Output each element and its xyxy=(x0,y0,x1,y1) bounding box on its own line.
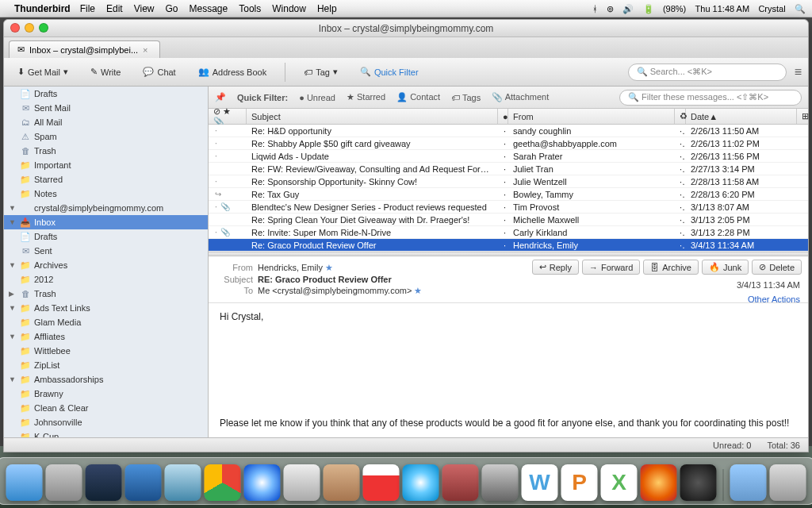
to-value[interactable]: Me <crystal@simplybeingmommy.com> ★ xyxy=(258,286,422,296)
chevron-down-icon[interactable]: ▾ xyxy=(333,67,338,77)
message-row[interactable]: ·Liqwid Ads - Update·Sarah Prater·2/26/1… xyxy=(209,150,808,163)
sidebar-item[interactable]: ▼📁Ads Text Links xyxy=(4,301,208,315)
menu-go[interactable]: Go xyxy=(166,3,178,14)
col-flags[interactable]: ⊘ ★ 📎 xyxy=(209,109,247,124)
spotlight-icon[interactable]: 🔍 xyxy=(795,4,806,13)
sidebar-item[interactable]: 📁K-Cup xyxy=(4,429,208,437)
chat-button[interactable]: 💬Chat xyxy=(136,63,182,81)
sidebar-item[interactable]: 📄Drafts xyxy=(4,229,208,244)
message-row[interactable]: · 📎Blendtec's New Designer Series - Prod… xyxy=(209,201,808,214)
dock-itunes-icon[interactable] xyxy=(403,464,439,501)
dock-appstore-icon[interactable] xyxy=(165,464,201,501)
sidebar-item[interactable]: 📁Glam Media xyxy=(4,315,208,329)
col-date[interactable]: Date ▲ xyxy=(686,109,797,124)
reply-button[interactable]: ↩ Reply xyxy=(532,260,579,275)
message-row[interactable]: ·Re: Shabby Apple $50 gift card giveaway… xyxy=(209,137,808,150)
dock-downloads-icon[interactable] xyxy=(730,464,767,501)
qf-tags[interactable]: 🏷 Tags xyxy=(451,93,481,102)
col-junk[interactable]: ♻ xyxy=(675,109,686,124)
menu-edit[interactable]: Edit xyxy=(106,3,123,14)
other-actions-link[interactable]: Other Actions xyxy=(748,294,800,304)
qf-unread[interactable]: ● Unread xyxy=(299,93,335,102)
dock-steam-icon[interactable] xyxy=(680,464,717,501)
sidebar-item[interactable]: 📁Clean & Clear xyxy=(4,401,208,415)
dock-chrome-icon[interactable] xyxy=(205,464,241,501)
global-search-input[interactable]: 🔍 Search... <⌘K> xyxy=(628,64,787,81)
archive-button[interactable]: 🗄 Archive xyxy=(643,260,699,275)
dock-preferences-icon[interactable] xyxy=(482,464,519,501)
message-row[interactable]: ·Re: H&D opportunity·sandy coughlin·2/26… xyxy=(209,125,808,137)
dock-app-p[interactable]: P xyxy=(561,464,598,501)
address-book-button[interactable]: 👥Address Book xyxy=(191,63,274,81)
menu-help[interactable]: Help xyxy=(317,3,337,14)
user-menu[interactable]: Crystal xyxy=(758,4,785,13)
sidebar-item[interactable]: 🗂All Mail xyxy=(4,115,208,129)
minimize-button[interactable] xyxy=(25,23,34,33)
dock-finder-icon[interactable] xyxy=(6,464,43,501)
sidebar-item[interactable]: ▼📥Inbox xyxy=(4,215,208,229)
dock-contacts-icon[interactable] xyxy=(324,464,360,501)
dock-safari-icon[interactable] xyxy=(244,464,281,501)
reader-body[interactable]: Hi Crystal, Please let me know if you th… xyxy=(209,303,808,437)
col-picker[interactable]: ⊞ xyxy=(797,109,808,124)
tab-close-icon[interactable]: × xyxy=(143,45,147,55)
menu-message[interactable]: Message xyxy=(190,3,228,14)
message-row[interactable]: Re: FW: Review/Giveaway, Consulting and … xyxy=(209,163,808,175)
sidebar-item[interactable]: ✉Sent Mail xyxy=(4,101,208,115)
wifi-icon[interactable]: ⊚ xyxy=(607,4,614,13)
volume-icon[interactable]: 🔊 xyxy=(622,4,634,13)
sidebar-item[interactable]: 📁Important xyxy=(4,158,208,172)
dock-firefox-icon[interactable] xyxy=(641,464,677,501)
quick-filter-button[interactable]: 🔍Quick Filter xyxy=(353,63,426,81)
dock-trash-icon[interactable] xyxy=(770,464,806,501)
write-button[interactable]: ✎Write xyxy=(83,63,128,81)
sidebar-item[interactable]: ▼📁Affliates xyxy=(4,329,208,344)
dock-thunderbird-icon[interactable] xyxy=(125,464,162,501)
sidebar-item[interactable]: 📁Johnsonville xyxy=(4,415,208,429)
qf-attachment[interactable]: 📎 Attachment xyxy=(492,92,549,102)
sidebar-item[interactable]: ⚠Spam xyxy=(4,129,208,144)
star-icon[interactable]: ★ xyxy=(325,263,333,272)
filter-messages-input[interactable]: 🔍 Filter these messages... <⇧⌘K> xyxy=(619,90,802,106)
dock-mail-icon[interactable] xyxy=(284,464,320,501)
message-row[interactable]: · 📎Re: Invite: Super Mom Ride-N-Drive·Ca… xyxy=(209,226,808,239)
titlebar[interactable]: Inbox – crystal@simplybeingmommy.com xyxy=(4,20,808,37)
sidebar-item[interactable]: ▼📁Archives xyxy=(4,258,208,272)
junk-button[interactable]: 🔥 Junk xyxy=(702,260,749,275)
sidebar-item[interactable]: ▼crystal@simplybeingmommy.com xyxy=(4,201,208,215)
app-name[interactable]: Thunderbird xyxy=(14,3,71,14)
qf-starred[interactable]: ★ Starred xyxy=(347,92,385,102)
message-row[interactable]: ↪Re: Tax Guy·Bowley, Tammy·2/28/13 6:20 … xyxy=(209,188,808,201)
message-row[interactable]: Re: Graco Product Review Offer·Hendricks… xyxy=(209,239,808,252)
sidebar-item[interactable]: 📁Notes xyxy=(4,187,208,201)
dock-photobooth-icon[interactable] xyxy=(442,464,479,501)
from-value[interactable]: Hendricks, Emily ★ xyxy=(258,263,333,273)
get-mail-button[interactable]: ⬇Get Mail▾ xyxy=(10,63,75,81)
dock-mission-control-icon[interactable] xyxy=(86,464,122,501)
col-subject[interactable]: Subject xyxy=(247,109,498,124)
pin-icon[interactable]: 📌 xyxy=(215,92,226,102)
battery-icon[interactable]: 🔋 xyxy=(643,4,654,13)
sidebar-item[interactable]: ▶🗑Trash xyxy=(4,287,208,301)
qf-contact[interactable]: 👤 Contact xyxy=(396,92,440,102)
message-row[interactable]: ·Re: Sponsorship Opportunity- Skinny Cow… xyxy=(209,175,808,188)
message-list[interactable]: ·Re: H&D opportunity·sandy coughlin·2/26… xyxy=(209,125,808,252)
menu-file[interactable]: File xyxy=(80,3,95,14)
folder-sidebar[interactable]: 📄Drafts✉Sent Mail🗂All Mail⚠Spam🗑Trash📁Im… xyxy=(4,87,209,437)
delete-button[interactable]: ⊘ Delete xyxy=(752,260,802,275)
bluetooth-icon[interactable]: ᚼ xyxy=(592,4,598,13)
forward-button[interactable]: → Forward xyxy=(582,260,640,275)
dock-calendar-icon[interactable] xyxy=(363,464,400,501)
col-read[interactable]: ● xyxy=(498,109,508,124)
zoom-button[interactable] xyxy=(39,23,48,33)
app-menu-button[interactable]: ≡ xyxy=(795,65,802,79)
sidebar-item[interactable]: 📁ZipList xyxy=(4,358,208,372)
dock-app-w[interactable]: W xyxy=(522,464,558,501)
dock-app-x[interactable]: X xyxy=(601,464,638,501)
sidebar-item[interactable]: ▼📁Ambassadorships xyxy=(4,372,208,387)
menu-tools[interactable]: Tools xyxy=(239,3,261,14)
tag-button[interactable]: 🏷Tag▾ xyxy=(297,63,345,81)
sidebar-item[interactable]: 📁Wittlebee xyxy=(4,344,208,358)
sidebar-item[interactable]: 📄Drafts xyxy=(4,87,208,101)
star-icon[interactable]: ★ xyxy=(414,286,422,295)
